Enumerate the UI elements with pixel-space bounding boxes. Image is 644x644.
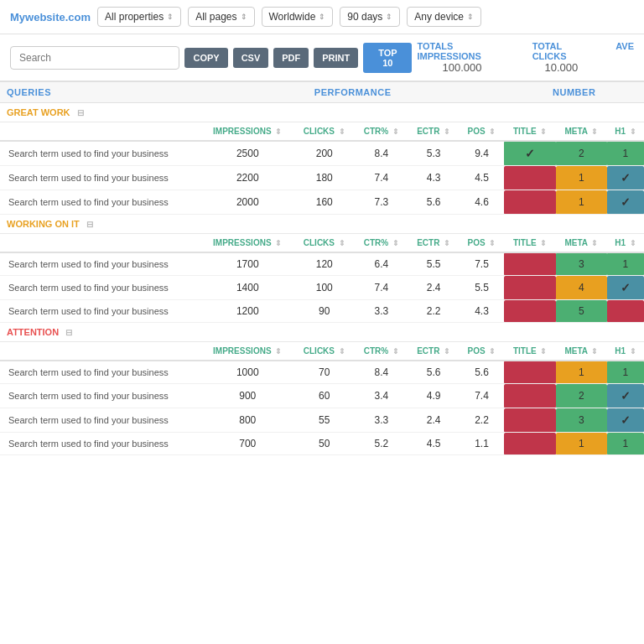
col-subheader-query bbox=[0, 234, 201, 253]
filter-properties[interactable]: All properties bbox=[97, 7, 181, 27]
col-subheader-pos[interactable]: POS ⇕ bbox=[460, 234, 505, 253]
cell-impressions: 2500 bbox=[201, 141, 293, 166]
col-subheader-title[interactable]: TITLE ⇕ bbox=[504, 234, 556, 253]
cell-clicks: 120 bbox=[293, 252, 355, 276]
cell-h1: 1 bbox=[607, 141, 644, 166]
query-text: Search term used to find your business bbox=[0, 300, 201, 323]
cell-ctr: 7.4 bbox=[355, 166, 408, 190]
col-subheader-impressions[interactable]: IMPRESSIONS ⇕ bbox=[201, 122, 293, 142]
table-row: Search term used to find your business70… bbox=[0, 433, 644, 455]
cell-impressions: 1400 bbox=[201, 276, 293, 300]
col-subheader-ctrpct[interactable]: CTR% ⇕ bbox=[355, 122, 408, 142]
cell-meta: 3 bbox=[556, 252, 607, 276]
print-button[interactable]: PRINT bbox=[314, 48, 358, 68]
category-row: ATTENTION⊟ bbox=[0, 323, 644, 342]
col-subheader-query bbox=[0, 122, 201, 142]
sort-icon: ⇕ bbox=[540, 127, 547, 136]
table-row: Search term used to find your business12… bbox=[0, 300, 644, 323]
cell-title bbox=[504, 433, 556, 455]
data-table-container: QUERIES PERFORMANCE NUMBER GREAT WORK⊟IM… bbox=[0, 81, 644, 455]
metrics-block: TOTALS IMPRESSIONS 100.000 TOTAL CLICKS … bbox=[417, 41, 634, 74]
cell-ctr: 3.3 bbox=[355, 408, 408, 433]
filter-days[interactable]: 90 days bbox=[340, 7, 400, 27]
table-row: Search term used to find your business25… bbox=[0, 141, 644, 166]
col-subheader-ectr[interactable]: ECTR ⇕ bbox=[408, 342, 460, 361]
query-text: Search term used to find your business bbox=[0, 252, 201, 276]
cell-pos: 5.6 bbox=[460, 361, 505, 384]
cell-h1: 1 bbox=[607, 433, 644, 455]
top10-button[interactable]: TOP 10 bbox=[363, 43, 412, 73]
top-nav: Mywebsite.com All properties All pages W… bbox=[0, 0, 644, 34]
copy-button[interactable]: COPY bbox=[184, 48, 227, 68]
col-subheader-h1[interactable]: H1 ⇕ bbox=[607, 234, 644, 253]
sort-icon: ⇕ bbox=[489, 127, 496, 136]
cell-ectr: 2.4 bbox=[408, 408, 460, 433]
col-subheader-ectr[interactable]: ECTR ⇕ bbox=[408, 234, 460, 253]
site-link[interactable]: Mywebsite.com bbox=[10, 11, 91, 23]
filter-device[interactable]: Any device bbox=[407, 7, 481, 27]
table-row: Search term used to find your business14… bbox=[0, 276, 644, 300]
sort-icon: ⇕ bbox=[275, 347, 282, 356]
csv-button[interactable]: CSV bbox=[233, 48, 269, 68]
sort-icon: ⇕ bbox=[489, 239, 496, 247]
col-subheader-meta[interactable]: META ⇕ bbox=[556, 122, 607, 142]
col-subheader-title[interactable]: TITLE ⇕ bbox=[504, 122, 556, 142]
sort-icon: ⇕ bbox=[444, 127, 450, 136]
cell-pos: 4.5 bbox=[460, 166, 505, 190]
cell-ctr: 7.3 bbox=[355, 190, 408, 215]
col-subheader-pos[interactable]: POS ⇕ bbox=[460, 122, 505, 142]
category-label: ATTENTION⊟ bbox=[0, 323, 644, 342]
table-row: Search term used to find your business20… bbox=[0, 190, 644, 215]
sort-icon: ⇕ bbox=[630, 239, 636, 247]
col-subheader-pos[interactable]: POS ⇕ bbox=[460, 342, 505, 361]
col-subheader-impressions[interactable]: IMPRESSIONS ⇕ bbox=[201, 234, 293, 253]
sort-icon: ⇕ bbox=[540, 239, 547, 247]
metric-impressions: TOTALS IMPRESSIONS 100.000 bbox=[417, 41, 506, 74]
sort-icon: ⇕ bbox=[392, 239, 399, 247]
col-subheader-meta[interactable]: META ⇕ bbox=[556, 234, 607, 253]
sort-icon: ⇕ bbox=[339, 127, 345, 136]
cell-title bbox=[504, 300, 556, 323]
table-row: Search term used to find your business80… bbox=[0, 408, 644, 433]
col-subheader-title[interactable]: TITLE ⇕ bbox=[504, 342, 556, 361]
cell-pos: 7.5 bbox=[460, 252, 505, 276]
search-input[interactable] bbox=[10, 46, 179, 70]
col-subheader-ctrpct[interactable]: CTR% ⇕ bbox=[355, 234, 408, 253]
cell-meta: 1 bbox=[556, 433, 607, 455]
col-subheader-meta[interactable]: META ⇕ bbox=[556, 342, 607, 361]
col-subheader-h1[interactable]: H1 ⇕ bbox=[607, 342, 644, 361]
cell-impressions: 1200 bbox=[201, 300, 293, 323]
toolbar: COPY CSV PDF PRINT TOP 10 TOTALS IMPRESS… bbox=[0, 34, 644, 81]
col-subheader-ctrpct[interactable]: CTR% ⇕ bbox=[355, 342, 408, 361]
sort-icon: ⇕ bbox=[392, 347, 399, 356]
col-subheader-impressions[interactable]: IMPRESSIONS ⇕ bbox=[201, 342, 293, 361]
col-header-queries: QUERIES bbox=[0, 82, 201, 103]
cell-h1: 1 bbox=[607, 252, 644, 276]
cell-title bbox=[504, 408, 556, 433]
sort-icon: ⇕ bbox=[489, 347, 496, 356]
col-subheader-ectr[interactable]: ECTR ⇕ bbox=[408, 122, 460, 142]
sort-icon: ⇕ bbox=[339, 347, 345, 356]
col-subheader-h1[interactable]: H1 ⇕ bbox=[607, 122, 644, 142]
cell-h1 bbox=[607, 300, 644, 323]
col-subheader-clicks[interactable]: CLICKS ⇕ bbox=[293, 234, 355, 253]
filter-location[interactable]: Worldwide bbox=[262, 7, 334, 27]
table-row: Search term used to find your business22… bbox=[0, 166, 644, 190]
sort-icon: ⇕ bbox=[630, 347, 636, 356]
cell-meta: 2 bbox=[556, 384, 607, 408]
cell-ectr: 5.3 bbox=[408, 141, 460, 166]
cell-clicks: 70 bbox=[293, 361, 355, 384]
col-subheader-row: IMPRESSIONS ⇕CLICKS ⇕CTR% ⇕ECTR ⇕POS ⇕TI… bbox=[0, 234, 644, 253]
sort-icon: ⇕ bbox=[339, 239, 345, 247]
check-icon: ✓ bbox=[621, 281, 631, 294]
col-subheader-query bbox=[0, 342, 201, 361]
col-subheader-clicks[interactable]: CLICKS ⇕ bbox=[293, 122, 355, 142]
col-subheader-clicks[interactable]: CLICKS ⇕ bbox=[293, 342, 355, 361]
category-row: GREAT WORK⊟ bbox=[0, 103, 644, 122]
sort-icon: ⇕ bbox=[275, 239, 282, 247]
filter-pages[interactable]: All pages bbox=[188, 7, 254, 27]
data-table: QUERIES PERFORMANCE NUMBER GREAT WORK⊟IM… bbox=[0, 81, 644, 455]
cell-ctr: 5.2 bbox=[355, 433, 408, 455]
pdf-button[interactable]: PDF bbox=[273, 48, 309, 68]
cell-ectr: 4.5 bbox=[408, 433, 460, 455]
